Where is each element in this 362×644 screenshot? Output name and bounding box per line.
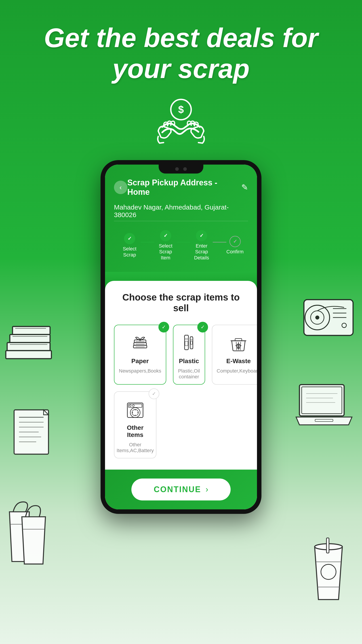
svg-rect-3: [134, 342, 146, 345]
step-enter-details: ✓ Enter Scrap Details: [190, 230, 213, 261]
step-circle-3: ✓: [196, 230, 207, 241]
step-line-2: [177, 242, 190, 242]
notch-dot-right: [183, 167, 187, 171]
check-other: ✓: [149, 388, 159, 399]
back-button[interactable]: ‹: [114, 181, 127, 194]
svg-point-26: [137, 412, 138, 413]
plastic-icon: [178, 332, 200, 354]
edit-button[interactable]: ✎: [241, 183, 248, 192]
step-select-item: ✓ Select Scrap Item: [154, 230, 177, 261]
notch-dot-left: [175, 167, 179, 171]
step-select-scrap: ✓ Select Scrap: [118, 233, 141, 258]
item-name-other: Other Items: [119, 424, 151, 438]
step-label-3: Enter Scrap Details: [190, 243, 213, 261]
svg-point-22: [132, 405, 134, 406]
step-circle-1: ✓: [124, 233, 135, 244]
deco-cup-right: [308, 537, 349, 607]
item-name-ewaste: E-Waste: [226, 358, 251, 365]
app-nav: ‹ Scrap Pickup Address - Home ✎: [114, 178, 248, 197]
step-line-1: [141, 242, 154, 242]
svg-point-25: [135, 410, 136, 410]
items-grid: ✓: [114, 325, 248, 384]
continue-button-text: CONTINUE: [154, 485, 201, 494]
svg-text:$: $: [178, 104, 184, 116]
continue-button-area: CONTINUE ›: [105, 470, 257, 510]
item-selection-card: Choose the scrap items to sell ✓: [105, 281, 257, 470]
item-subtitle-plastic: Plastic,Oil container: [178, 368, 200, 380]
hero-section: Get the best deals for your scrap: [0, 0, 362, 84]
svg-point-23: [130, 408, 140, 418]
item-subtitle-paper: Newspapers,Books: [119, 368, 161, 374]
address-text: Mahadev Nagar, Ahmedabad, Gujarat- 38002…: [114, 201, 248, 221]
step-label-1: Select Scrap: [118, 246, 141, 258]
phone-screen: ‹ Scrap Pickup Address - Home ✎ Mahadev …: [105, 164, 257, 510]
card-title: Choose the scrap items to sell: [114, 292, 248, 314]
phone-notch: [159, 164, 203, 174]
step-circle-4: ✓: [230, 236, 241, 247]
check-paper: ✓: [158, 322, 169, 332]
app-header: ‹ Scrap Pickup Address - Home ✎ Mahadev …: [105, 164, 257, 272]
paper-icon: [129, 332, 151, 354]
items-row-bottom: ✓: [114, 391, 248, 458]
item-card-ewaste[interactable]: ✓: [212, 325, 257, 384]
step-circle-2: ✓: [160, 230, 171, 241]
item-card-paper[interactable]: ✓: [114, 325, 166, 384]
item-name-paper: Paper: [131, 358, 149, 365]
svg-rect-12: [191, 341, 192, 344]
step-confirm: ✓ Confirm: [226, 236, 244, 255]
check-plastic: ✓: [197, 322, 208, 332]
svg-line-18: [240, 342, 241, 350]
handshake-deal-icon: $: [154, 98, 208, 151]
continue-arrow-icon: ›: [206, 485, 208, 494]
svg-point-28: [132, 412, 133, 413]
hero-title: Get the best deals for your scrap: [0, 22, 362, 84]
phone-frame: ‹ Scrap Pickup Address - Home ✎ Mahadev …: [100, 160, 261, 514]
phone-mockup: ‹ Scrap Pickup Address - Home ✎ Mahadev …: [0, 160, 362, 514]
svg-point-21: [129, 405, 131, 406]
item-card-plastic[interactable]: ✓ Plastic Plast: [173, 325, 205, 384]
step-label-4: Confirm: [226, 249, 244, 255]
svg-rect-4: [134, 340, 146, 342]
item-subtitle-ewaste: Computer,Keyboard: [217, 368, 257, 374]
svg-rect-2: [133, 345, 147, 348]
step-line-3: [213, 242, 226, 242]
continue-button[interactable]: CONTINUE ›: [131, 478, 231, 500]
progress-steps: ✓ Select Scrap ✓ Select Scrap Item ✓ Ent…: [114, 228, 248, 265]
item-subtitle-other: Other Items,AC,Battery: [117, 442, 154, 454]
deal-icon-container: $: [0, 98, 362, 151]
item-name-plastic: Plastic: [179, 358, 199, 365]
svg-line-16: [236, 342, 237, 350]
svg-point-27: [135, 415, 136, 416]
item-card-other[interactable]: ✓: [114, 391, 156, 458]
svg-rect-60: [327, 538, 329, 553]
svg-rect-11: [185, 341, 188, 346]
ewaste-icon: [227, 332, 250, 354]
other-icon: [124, 398, 146, 421]
nav-title: Scrap Pickup Address - Home: [127, 178, 241, 197]
step-label-2: Select Scrap Item: [154, 243, 177, 261]
